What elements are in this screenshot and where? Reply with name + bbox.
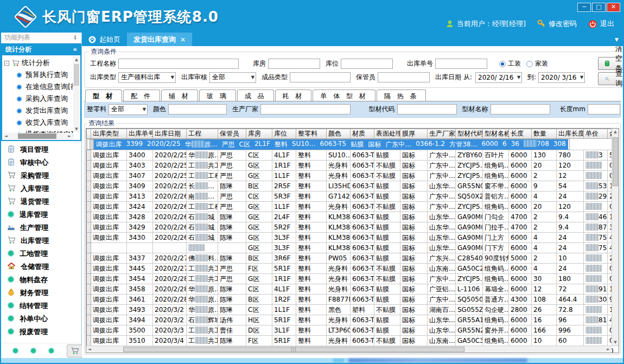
whole-piece-select[interactable]: 全部▼: [109, 104, 148, 115]
sidebar-module-4[interactable]: 退货管理: [1, 195, 81, 208]
column-header[interactable]: 工程: [187, 129, 218, 139]
material-tab-1[interactable]: 配 件: [123, 90, 160, 101]
table-row[interactable]: 调拨出库35002020/3/3工共工程曹佳D区3L1F整料LT3P606063…: [87, 325, 620, 336]
table-row[interactable]: G区3L3F整料KLM38176063-T5贴膜国标山东华…GA90M09.门下…: [87, 243, 620, 253]
table-row[interactable]: 调拨出库34452020/2/27工共工程严思F区5R1F整料光身料6063-T…: [87, 264, 620, 274]
tab-close-icon[interactable]: ×: [180, 36, 186, 43]
column-header[interactable]: 保管员: [218, 129, 246, 139]
outbound-type-select[interactable]: 生产领料出库▼: [118, 72, 176, 83]
table-row[interactable]: 调拨出库34032020/2/25工共工程严思G区1R1F整料光身料6063-T…: [87, 161, 620, 171]
grid-vscroll-thumb[interactable]: [613, 137, 618, 186]
tab-home[interactable]: 起始页: [82, 33, 127, 46]
material-tab-4[interactable]: 成 品: [237, 90, 274, 101]
search-button[interactable]: 查 询: [598, 72, 624, 85]
tree-horizontal-scrollbar[interactable]: ◄ ►: [3, 133, 73, 139]
clear-conditions-button[interactable]: 清空条件: [598, 57, 624, 70]
column-header[interactable]: 颜色: [327, 129, 351, 139]
color-input[interactable]: [168, 104, 227, 114]
sidebar-module-14[interactable]: 报废管理: [1, 325, 81, 339]
table-row[interactable]: 调拨出库34932020/3/2华原…陈琳C区1L1F整料黑色塑料不贴膜国标湖南…: [87, 305, 620, 315]
column-header[interactable]: 出库单号: [127, 129, 153, 139]
minimize-button[interactable]: ─: [577, 3, 591, 12]
scroll-left-icon[interactable]: ◄: [86, 346, 93, 353]
scroll-right-icon[interactable]: ►: [66, 133, 73, 139]
sidebar-module-5[interactable]: 退库管理: [1, 208, 81, 221]
grid-hscroll-thumb[interactable]: |||: [123, 347, 464, 352]
column-header[interactable]: 库位: [272, 129, 296, 139]
sidebar-module-7[interactable]: 出库管理: [1, 234, 81, 247]
column-header[interactable]: 出库长度: [557, 129, 584, 139]
radio-jiazhuang[interactable]: [526, 61, 533, 67]
column-header[interactable]: 表面处理: [374, 129, 400, 139]
scroll-up-icon[interactable]: ▲: [612, 129, 619, 135]
column-header[interactable]: 长度: [509, 129, 532, 139]
material-tab-2[interactable]: 辅 材: [161, 90, 198, 101]
table-row[interactable]: 调拨出库34302020/2/26石城陈琳G区3L3F整料KLM38176063…: [87, 233, 620, 243]
sidebar-module-2[interactable]: 采购管理: [1, 169, 81, 182]
tree-expand-icon[interactable]: -: [4, 61, 9, 66]
table-row[interactable]: 调拨出库33992020/2/25华原…严思C区2L1F整料SU10…6063-…: [87, 139, 570, 150]
tree-hscroll-thumb[interactable]: [18, 133, 56, 139]
scroll-up-icon[interactable]: ▲: [73, 56, 80, 63]
warehouse-input[interactable]: [268, 59, 320, 69]
audit-select[interactable]: 全部▼: [209, 72, 256, 83]
tree-vertical-scrollbar[interactable]: ▲ ▼: [73, 56, 80, 132]
sidebar-module-9[interactable]: 仓储管理: [1, 260, 81, 273]
grid-vertical-scrollbar[interactable]: ▲ ▼: [612, 129, 619, 346]
sidebar-module-8[interactable]: 工地管理: [1, 247, 81, 260]
table-row[interactable]: 调拨出库34072020/2/25工工程严思G区1L1F整料光身料6063-T5…: [87, 171, 620, 181]
material-tab-7[interactable]: 隔 热 条: [377, 90, 426, 101]
date-from-select[interactable]: 2020/ 2/16▼: [475, 72, 522, 83]
module-dot-icon[interactable]: [12, 347, 19, 354]
table-row[interactable]: 调拨出库34242020/2/26工工程严思G区1L1F整料光身料6063-T5…: [87, 202, 620, 212]
table-row[interactable]: 调拨出库34942020/3/2石辉城汤伟H区5R1F整料光身料6063-T5贴…: [87, 315, 620, 325]
sidebar-module-12[interactable]: 结转管理: [1, 299, 81, 312]
radio-gongzhuang[interactable]: [499, 61, 506, 67]
scroll-left-icon[interactable]: ◄: [3, 133, 9, 139]
table-row[interactable]: 调拨出库34292020/2/26石城陈琳G区5R2F整料KLM38176063…: [87, 222, 620, 233]
column-header[interactable]: 单价: [584, 129, 608, 139]
manufacturer-input[interactable]: [260, 104, 351, 114]
sidebar-module-11[interactable]: 财务管理: [1, 286, 81, 299]
scroll-down-icon[interactable]: ▼: [612, 339, 619, 346]
material-tab-0[interactable]: 型 材: [85, 90, 122, 102]
tree-root[interactable]: - 统计分析: [4, 57, 73, 69]
table-row[interactable]: 调拨出库34092020/2/25长…陈琳B区2R5F整料LI35HD6063-…: [87, 181, 620, 191]
table-row[interactable]: 调拨出库34282020/2/26石城陈琳G区2L4F整料KLM38176063…: [87, 212, 620, 222]
grid-horizontal-scrollbar[interactable]: ◄ ||| ►: [86, 346, 612, 353]
column-header[interactable]: 库房: [246, 129, 272, 139]
project-name-input[interactable]: [118, 59, 239, 69]
sidebar-module-13[interactable]: 补单中心: [1, 312, 81, 325]
scroll-down-icon[interactable]: ▼: [73, 126, 80, 132]
table-row[interactable]: 调拨出库34002020/2/25华原…严思C区4L1F整料SU10…6063-…: [87, 150, 620, 161]
sidebar-module-1[interactable]: 审核中心: [1, 156, 81, 169]
length-input[interactable]: [588, 104, 620, 114]
profile-code-input[interactable]: [397, 104, 457, 114]
keeper-input[interactable]: [378, 72, 430, 82]
profile-name-input[interactable]: [491, 104, 550, 114]
table-row[interactable]: 调拨出库34542020/2/28工共工程严思G区1R1F整料光身料6063-T…: [87, 274, 620, 284]
tab-shipment-outbound-query[interactable]: 发货出库查询 ×: [127, 33, 192, 46]
pin-icon[interactable]: [72, 35, 78, 41]
tree-item-1[interactable]: 在途信息查询[待: [4, 81, 73, 93]
tab-overflow-caret-icon[interactable]: ▼: [615, 37, 619, 42]
table-row[interactable]: 调拨出库34132020/2/26南…严思C区5R3F整料G714226063-…: [87, 191, 620, 202]
tree-item-6[interactable]: 退库管理[待定]: [4, 141, 73, 141]
cart-module-button[interactable]: [67, 344, 83, 357]
logout[interactable]: 退出: [588, 19, 614, 29]
column-header[interactable]: 膜厚: [400, 129, 428, 139]
module-dot-icon[interactable]: [48, 347, 55, 354]
change-password[interactable]: 修改密码: [537, 19, 577, 29]
tree-item-2[interactable]: 采购入库查询: [4, 93, 73, 105]
material-tab-3[interactable]: 玻 璃: [199, 90, 236, 101]
sidebar-module-3[interactable]: 入库管理: [1, 182, 81, 195]
table-row[interactable]: 调拨出库34582020/2/28华原…陈琳C区4L1F整料光身料6063-T5…: [87, 284, 620, 295]
location-input[interactable]: [341, 59, 393, 69]
material-tab-5[interactable]: 耗 材: [275, 90, 312, 101]
close-button[interactable]: ✕: [607, 3, 620, 12]
table-row[interactable]: 调拨出库34372020/2/27佛料…陈琳B区3R6F整料PW056063-T…: [87, 253, 620, 264]
column-header[interactable]: 型材代码: [456, 129, 483, 139]
date-to-select[interactable]: 2020/ 3/16▼: [538, 72, 585, 83]
sidebar-section-header[interactable]: 统计分析 «: [1, 43, 81, 55]
column-header[interactable]: 出库类型: [91, 129, 127, 139]
